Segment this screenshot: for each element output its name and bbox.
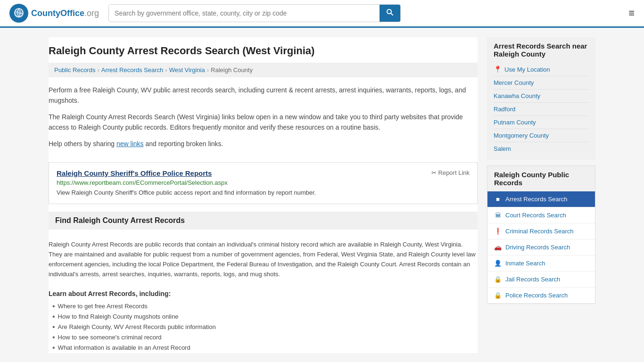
sidebar-public-records: Raleigh County Public Records ■ Arrest R… xyxy=(487,165,595,304)
list-item: How to see someone's criminal record xyxy=(52,332,478,343)
search-bar xyxy=(108,4,401,22)
page-title: Raleigh County Arrest Records Search (We… xyxy=(49,37,478,63)
search-button[interactable] xyxy=(380,5,400,22)
sidebar-inmate-search[interactable]: 👤 Inmate Search xyxy=(487,255,595,272)
sidebar-police-records[interactable]: 🔒 Police Records Search xyxy=(487,288,595,304)
learn-title: Learn about Arrest Records, including: xyxy=(49,290,478,297)
sidebar-link-mercer[interactable]: Mercer County xyxy=(494,76,589,90)
sidebar-link-montgomery[interactable]: Montgomery County xyxy=(494,129,589,142)
breadcrumb-current: Raleigh County xyxy=(211,66,253,74)
link-card-title: Raleigh County Sheriff's Office Police R… xyxy=(57,169,470,177)
logo-icon xyxy=(9,4,28,23)
list-item: Are Raleigh County, WV Arrest Records pu… xyxy=(52,322,478,332)
list-item: What information is available in an Arre… xyxy=(52,343,478,353)
link-card-url: https://www.reportbeam.com/ECommercePort… xyxy=(57,179,470,186)
find-heading: Find Raleigh County Arrest Records xyxy=(55,216,471,225)
find-description: Raleigh County Arrest Records are public… xyxy=(49,235,478,284)
breadcrumb-arrest-records[interactable]: Arrest Records Search xyxy=(101,66,164,74)
jail-icon: 🔒 xyxy=(494,276,502,283)
sidebar-link-radford[interactable]: Radford xyxy=(494,103,589,116)
search-input[interactable] xyxy=(109,5,380,22)
sidebar-nearby-heading: Arrest Records Search near Raleigh Count… xyxy=(494,42,589,58)
arrest-icon: ■ xyxy=(494,196,502,203)
court-icon: 🏛 xyxy=(494,212,502,219)
use-my-location-link[interactable]: 📍 Use My Location xyxy=(494,63,589,76)
learn-list: Where to get free Arrest Records How to … xyxy=(49,301,478,353)
breadcrumb: Public Records › Arrest Records Search ›… xyxy=(49,63,478,77)
sidebar-nearby: Arrest Records Search near Raleigh Count… xyxy=(487,37,595,160)
link-card-link[interactable]: Raleigh County Sheriff's Office Police R… xyxy=(57,169,212,177)
sidebar-link-putnam[interactable]: Putnam County xyxy=(494,116,589,129)
sidebar-arrest-records[interactable]: ■ Arrest Records Search xyxy=(487,191,595,207)
logo-text: CountyOffice.org xyxy=(31,8,99,18)
sidebar-public-heading: Raleigh County Public Records xyxy=(487,166,595,191)
sidebar-link-kanawha[interactable]: Kanawha County xyxy=(494,90,589,103)
intro-para1: Perform a free Raleigh County, WV public… xyxy=(49,85,478,106)
link-card-description: View Raleigh County Sheriff's Office pub… xyxy=(57,188,470,197)
find-section: Find Raleigh County Arrest Records xyxy=(49,212,478,230)
svg-line-2 xyxy=(391,13,393,15)
sidebar-driving-records[interactable]: 🚗 Driving Records Search xyxy=(487,239,595,255)
breadcrumb-public-records[interactable]: Public Records xyxy=(54,66,95,74)
inmate-icon: 👤 xyxy=(494,260,502,267)
breadcrumb-west-virginia[interactable]: West Virginia xyxy=(169,66,205,74)
list-item: How to find Raleigh County mugshots onli… xyxy=(52,312,478,322)
police-icon: 🔒 xyxy=(494,292,502,299)
hamburger-menu-icon[interactable]: ≡ xyxy=(628,7,635,19)
link-card: ✂ Report Link Raleigh County Sheriff's O… xyxy=(49,162,478,205)
logo[interactable]: CountyOffice.org xyxy=(9,4,99,23)
location-icon: 📍 xyxy=(494,66,502,73)
report-link-button[interactable]: ✂ Report Link xyxy=(431,169,470,176)
sidebar-jail-records[interactable]: 🔒 Jail Records Search xyxy=(487,272,595,288)
list-item: Where to get free Arrest Records xyxy=(52,301,478,312)
criminal-icon: ❗ xyxy=(494,228,502,235)
sidebar-link-salem[interactable]: Salem xyxy=(494,142,589,155)
new-links-link[interactable]: new links xyxy=(116,140,144,148)
driving-icon: 🚗 xyxy=(494,244,502,251)
intro-para3: Help others by sharing new links and rep… xyxy=(49,139,478,149)
intro-para2: The Raleigh County Arrest Records Search… xyxy=(49,112,478,133)
sidebar-criminal-records[interactable]: ❗ Criminal Records Search xyxy=(487,223,595,239)
report-icon: ✂ xyxy=(431,169,437,176)
sidebar-court-records[interactable]: 🏛 Court Records Search xyxy=(487,207,595,223)
